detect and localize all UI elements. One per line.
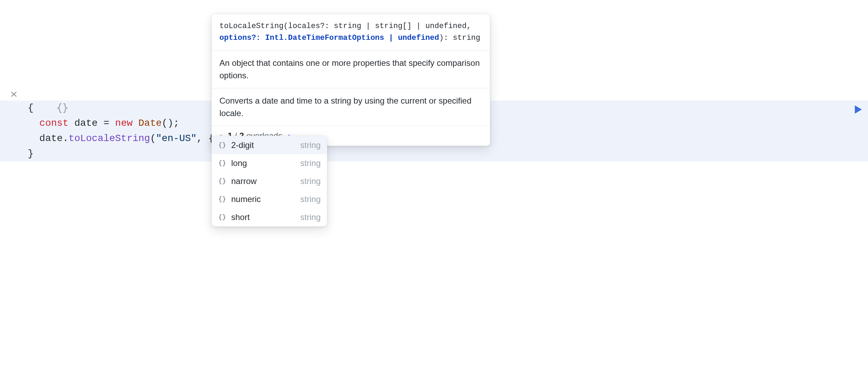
value-icon: [218, 213, 226, 221]
type-name: Date: [138, 118, 162, 129]
value-icon: [218, 159, 226, 167]
signature-help-popup: toLocaleString(locales?: string | string…: [211, 14, 490, 146]
value-icon: [218, 177, 226, 185]
identifier: date: [74, 118, 97, 129]
signature-method-doc: Converts a date and time to a string by …: [212, 88, 490, 126]
autocomplete-item[interactable]: numeric string: [212, 190, 327, 208]
autocomplete-item[interactable]: short string: [212, 208, 327, 226]
autocomplete-kind: string: [300, 194, 321, 204]
autocomplete-item[interactable]: narrow string: [212, 172, 327, 190]
autocomplete-kind: string: [300, 212, 321, 222]
autocomplete-item[interactable]: 2-digit string: [212, 136, 327, 154]
keyword-new: new: [115, 118, 132, 129]
autocomplete-item[interactable]: long string: [212, 154, 327, 172]
autocomplete-label: 2-digit: [231, 140, 295, 150]
autocomplete-label: long: [231, 158, 295, 168]
string-literal: "en-US": [156, 133, 197, 144]
brace-gutter-icon: [10, 87, 22, 99]
brace-close: }: [28, 148, 34, 159]
signature-text: toLocaleString(locales?: string | string…: [212, 14, 490, 50]
autocomplete-popup: 2-digit string long string narrow string…: [211, 136, 327, 227]
signature-active-parameter: options?: Intl.DateTimeFormatOptions | u…: [219, 34, 439, 42]
autocomplete-label: short: [231, 212, 295, 222]
code-line[interactable]: }: [0, 146, 868, 161]
autocomplete-kind: string: [300, 176, 321, 186]
value-icon: [218, 195, 226, 203]
autocomplete-kind: string: [300, 158, 321, 168]
autocomplete-label: numeric: [231, 194, 295, 204]
method-call: toLocaleString: [69, 133, 150, 144]
run-cell-icon[interactable]: [852, 104, 863, 115]
autocomplete-kind: string: [300, 140, 321, 150]
value-icon: [218, 141, 226, 149]
signature-param-doc: An object that contains one or more prop…: [212, 50, 490, 88]
autocomplete-label: narrow: [231, 176, 295, 186]
